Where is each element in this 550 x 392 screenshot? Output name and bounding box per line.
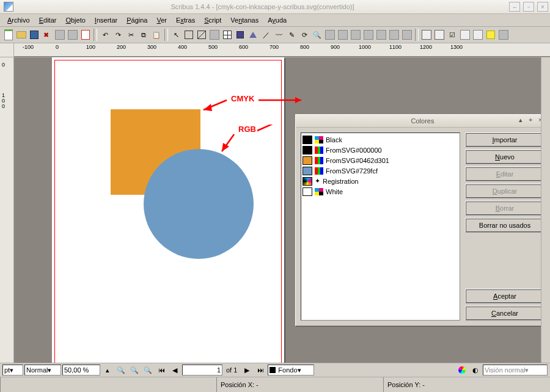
color-list[interactable]: Black FromSVG#000000 FromSVG#0462d301 Fr… bbox=[301, 132, 460, 321]
menu-editar[interactable]: Editar bbox=[35, 15, 61, 25]
freehand-icon[interactable]: ✎ bbox=[285, 29, 298, 41]
preview-icon[interactable]: ◐ bbox=[469, 364, 482, 376]
close-icon[interactable]: ✖ bbox=[41, 29, 53, 41]
zoom-in-icon[interactable]: 🔍 bbox=[142, 364, 154, 376]
color-row[interactable]: FromSVG#000000 bbox=[302, 145, 458, 155]
dialog-titlebar[interactable]: Colores ▴ + × bbox=[296, 115, 549, 128]
pdf-link-icon[interactable] bbox=[497, 29, 510, 41]
copy-icon[interactable]: ⧉ bbox=[138, 29, 150, 41]
duplicate-button[interactable]: Duplicar bbox=[465, 184, 544, 198]
menu-ventanas[interactable]: Ventanas bbox=[227, 15, 262, 25]
colors-dialog: Colores ▴ + × Black FromSVG#000000 FromS… bbox=[295, 114, 550, 326]
cancel-button[interactable]: Cancelar bbox=[465, 306, 544, 321]
edit-button[interactable]: Editar bbox=[465, 167, 544, 181]
close-button[interactable]: × bbox=[537, 2, 548, 12]
dialog-float-button[interactable]: + bbox=[529, 116, 537, 123]
select-icon[interactable]: ↖ bbox=[170, 29, 182, 41]
menu-objeto[interactable]: Objeto bbox=[62, 15, 89, 25]
menu-ver[interactable]: Ver bbox=[153, 15, 170, 25]
color-row[interactable]: Black bbox=[302, 134, 458, 145]
saveas-icon[interactable] bbox=[79, 29, 92, 41]
menu-script[interactable]: Script bbox=[200, 15, 225, 25]
accept-button[interactable]: Aceptar bbox=[465, 289, 544, 303]
line-icon[interactable]: ／ bbox=[260, 29, 272, 41]
cms-icon[interactable] bbox=[456, 364, 468, 376]
svg-text:900: 900 bbox=[331, 44, 340, 50]
polygon-icon[interactable] bbox=[247, 29, 259, 41]
svg-text:1000: 1000 bbox=[359, 44, 371, 50]
dialog-shade-button[interactable]: ▴ bbox=[519, 116, 527, 123]
zoom-input[interactable]: 50,00 % bbox=[62, 365, 100, 376]
menu-insertar[interactable]: Insertar bbox=[91, 15, 121, 25]
menu-pagina[interactable]: Página bbox=[123, 15, 151, 25]
rgb-icon bbox=[315, 147, 323, 154]
print-icon[interactable] bbox=[54, 29, 66, 41]
layer-select[interactable]: Fondo ▾ bbox=[268, 365, 314, 376]
import-button[interactable]: Importar bbox=[465, 132, 544, 147]
save-icon[interactable] bbox=[28, 29, 40, 41]
first-page-icon[interactable]: ⏮ bbox=[155, 364, 167, 376]
last-page-icon[interactable]: ⏭ bbox=[254, 364, 266, 376]
ruler-horizontal[interactable]: -100010020030040050060070080090010001100… bbox=[14, 43, 550, 57]
pdf-push-icon[interactable] bbox=[420, 29, 433, 41]
color-row[interactable]: FromSVG#0462d301 bbox=[302, 155, 458, 165]
redo-icon[interactable]: ↷ bbox=[112, 29, 124, 41]
pdf-annot-icon[interactable] bbox=[485, 29, 497, 41]
zoom-out-icon[interactable]: 🔍 bbox=[115, 364, 127, 376]
pdf-list-icon[interactable] bbox=[472, 29, 484, 41]
svg-text:0: 0 bbox=[2, 62, 5, 68]
view-mode-select[interactable]: Normal ▾ bbox=[24, 365, 61, 376]
copy-props-icon[interactable] bbox=[388, 29, 400, 41]
ruler-origin[interactable] bbox=[0, 43, 14, 57]
color-row[interactable]: FromSVG#729fcf bbox=[302, 165, 458, 176]
eyedropper-icon[interactable] bbox=[401, 29, 413, 41]
undo-icon[interactable]: ↶ bbox=[99, 29, 111, 41]
preflight-icon[interactable] bbox=[67, 29, 79, 41]
scrollbar-vertical[interactable] bbox=[541, 57, 550, 363]
pdf-combo-icon[interactable] bbox=[459, 29, 471, 41]
bezier-icon[interactable]: 〰 bbox=[273, 29, 285, 41]
paste-icon[interactable]: 📋 bbox=[150, 29, 163, 41]
status-pos-y: Posición Y: - bbox=[383, 377, 550, 392]
image-frame-icon[interactable] bbox=[196, 29, 208, 41]
unlink-frames-icon[interactable] bbox=[362, 29, 375, 41]
registration-icon: ✦ bbox=[315, 177, 320, 185]
next-page-icon[interactable]: ▶ bbox=[241, 364, 253, 376]
delete-button[interactable]: Borrar bbox=[465, 201, 544, 216]
edit-text-icon[interactable] bbox=[337, 29, 349, 41]
page-input[interactable]: 1 bbox=[182, 365, 222, 376]
link-frames-icon[interactable] bbox=[350, 29, 362, 41]
status-bar: Posición X: - Posición Y: - bbox=[0, 377, 550, 392]
zoom-spinner[interactable]: ▴ bbox=[101, 364, 114, 376]
rotate-icon[interactable]: ⟳ bbox=[298, 29, 310, 41]
color-row[interactable]: ✦Registration bbox=[302, 176, 458, 186]
new-icon[interactable] bbox=[2, 29, 15, 41]
table-icon[interactable] bbox=[221, 29, 233, 41]
pdf-check-icon[interactable]: ☑ bbox=[446, 29, 458, 41]
maximize-button[interactable]: ▫ bbox=[523, 2, 534, 12]
pdf-text-icon[interactable] bbox=[433, 29, 446, 41]
cut-icon[interactable]: ✂ bbox=[125, 29, 137, 41]
menu-extras[interactable]: Extras bbox=[172, 15, 199, 25]
shape-icon[interactable] bbox=[234, 29, 246, 41]
measure-icon[interactable] bbox=[375, 29, 387, 41]
vision-select[interactable]: Visión normal ▾ bbox=[483, 365, 548, 376]
delete-unused-button[interactable]: Borrar no usados bbox=[465, 218, 544, 233]
new-button[interactable]: Nuevo bbox=[465, 150, 544, 164]
color-row[interactable]: White bbox=[302, 186, 458, 197]
svg-text:1300: 1300 bbox=[450, 44, 463, 50]
canvas[interactable]: CMYK RGB Colores ▴ + bbox=[14, 57, 550, 363]
blue-circle[interactable] bbox=[144, 149, 254, 259]
zoom-icon[interactable]: 🔍 bbox=[311, 29, 323, 41]
zoom-100-icon[interactable]: 🔍 bbox=[128, 364, 141, 376]
open-icon[interactable] bbox=[15, 29, 28, 41]
edit-contents-icon[interactable] bbox=[324, 29, 336, 41]
prev-page-icon[interactable]: ◀ bbox=[169, 364, 181, 376]
text-frame-icon[interactable] bbox=[183, 29, 195, 41]
menu-archivo[interactable]: Archivo bbox=[4, 15, 34, 25]
menu-ayuda[interactable]: Ayuda bbox=[264, 15, 290, 25]
render-frame-icon[interactable] bbox=[208, 29, 221, 41]
unit-select[interactable]: pt ▾ bbox=[2, 365, 23, 376]
ruler-vertical[interactable]: 0100 bbox=[0, 57, 14, 363]
minimize-button[interactable]: – bbox=[509, 2, 520, 12]
